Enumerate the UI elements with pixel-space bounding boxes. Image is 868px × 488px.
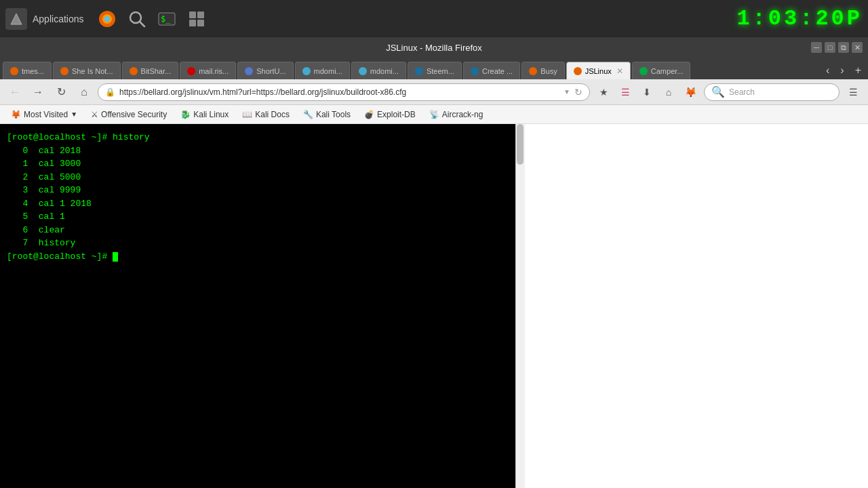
window-restore-button[interactable]: ⧉ — [838, 42, 849, 53]
url-text: https://bellard.org/jslinux/vm.html?url=… — [119, 87, 559, 97]
tab-label-camper: Camper... — [651, 67, 684, 75]
svg-rect-11 — [197, 20, 204, 26]
os-logo[interactable] — [5, 8, 27, 30]
tab-jslinux[interactable]: JSLinux✕ — [566, 62, 631, 79]
scrollbar-thumb[interactable] — [517, 124, 524, 165]
nav-right-icons: ★ ☰ ⬇ ⌂ 🦊 — [594, 83, 700, 102]
kali-docs-icon: 📖 — [242, 110, 252, 119]
tab-favicon-tmes — [10, 67, 18, 75]
window-close-button[interactable]: ✕ — [852, 42, 863, 53]
bookmark-kali-tools-label: Kali Tools — [316, 110, 351, 119]
tab-label-shortu: ShortU... — [256, 67, 285, 75]
tab-busy[interactable]: Busy — [521, 62, 564, 79]
browser-window: JSLinux - Mozilla Firefox ─ □ ⧉ ✕ tmes..… — [0, 37, 868, 488]
bookmark-offensive-security[interactable]: ⚔ Offensive Security — [85, 108, 172, 121]
search-placeholder: Search — [729, 87, 755, 97]
bookmark-kali-tools[interactable]: 🔧 Kali Tools — [298, 108, 356, 121]
download-button[interactable]: ⬇ — [637, 83, 656, 102]
exploit-db-icon: 💣 — [364, 110, 374, 119]
tab-label-steem: Steem... — [427, 67, 454, 75]
right-panel — [525, 124, 868, 488]
bookmark-most-visited-label: Most Visited — [24, 110, 68, 119]
tab-scroll-right-button[interactable]: › — [836, 63, 848, 78]
url-dropdown-icon[interactable]: ▼ — [564, 88, 570, 96]
tab-steem[interactable]: Steem... — [408, 62, 462, 79]
window-controls: ─ □ ⧉ ✕ — [811, 42, 863, 53]
svg-rect-8 — [189, 12, 196, 18]
most-visited-arrow-icon: ▼ — [71, 110, 77, 118]
tab-camper[interactable]: Camper... — [632, 62, 691, 79]
terminal-line: [root@localhost ~]# — [7, 250, 509, 264]
bookmark-most-visited[interactable]: 🦊 Most Visited ▼ — [5, 108, 83, 121]
tab-favicon-mdomi1 — [302, 67, 311, 75]
tab-favicon-jslinux — [574, 67, 582, 75]
tab-favicon-bitshar — [130, 67, 138, 75]
back-button[interactable]: ← — [5, 83, 24, 102]
bookmark-exploit-db[interactable]: 💣 Exploit-DB — [359, 108, 421, 121]
tab-tmes[interactable]: tmes... — [3, 62, 52, 79]
home-nav-button[interactable]: ⌂ — [659, 83, 678, 102]
tab-label-mdomi1: mdomi... — [314, 67, 342, 75]
terminal-scrollbar[interactable] — [515, 124, 525, 488]
tab-favicon-mdomi2 — [359, 67, 367, 75]
bookmarks-bar: 🦊 Most Visited ▼ ⚔ Offensive Security 🐉 … — [0, 105, 868, 124]
tab-mail-ris[interactable]: mail.ris... — [180, 62, 236, 79]
url-reload-icon[interactable]: ↻ — [574, 87, 583, 98]
bookmark-exploit-db-label: Exploit-DB — [377, 110, 416, 119]
svg-marker-0 — [11, 14, 22, 24]
nav-bar: ← → ↻ ⌂ 🔒 https://bellard.org/jslinux/vm… — [0, 79, 868, 105]
bookmark-offensive-security-label: Offensive Security — [101, 110, 167, 119]
tab-label-she-is-not: She Is Not... — [72, 67, 113, 75]
bookmark-kali-linux[interactable]: 🐉 Kali Linux — [175, 108, 234, 121]
files-taskbar-icon[interactable] — [184, 7, 209, 31]
tab-create[interactable]: Create ... — [463, 62, 520, 79]
window-maximize-button[interactable]: □ — [825, 42, 835, 53]
search-taskbar-icon[interactable] — [125, 7, 149, 31]
search-box[interactable]: 🔍 Search — [704, 83, 840, 101]
svg-rect-9 — [197, 12, 204, 18]
tab-shortu[interactable]: ShortU... — [237, 62, 293, 79]
tab-label-jslinux: JSLinux — [585, 67, 612, 75]
home-button[interactable]: ⌂ — [75, 83, 94, 102]
url-bar[interactable]: 🔒 https://bellard.org/jslinux/vm.html?ur… — [98, 83, 590, 101]
bookmark-kali-docs[interactable]: 📖 Kali Docs — [237, 108, 295, 121]
bookmark-star-button[interactable]: ★ — [594, 83, 613, 102]
tab-bitshar[interactable]: BitShar... — [122, 62, 179, 79]
new-tab-button[interactable]: + — [851, 63, 865, 78]
terminal-line: 4 cal 1 2018 — [7, 197, 509, 211]
applications-label[interactable]: Applications — [33, 14, 84, 24]
tabs-bar: tmes...She Is Not...BitShar...mail.ris..… — [0, 58, 868, 79]
pocket-button[interactable]: ☰ — [616, 83, 635, 102]
kali-tools-icon: 🔧 — [303, 110, 313, 119]
firefox-button[interactable]: 🦊 — [681, 83, 700, 102]
bookmark-aircrack[interactable]: 📡 Aircrack-ng — [424, 108, 489, 121]
tab-label-busy: Busy — [540, 67, 557, 75]
svg-text:$_: $_ — [161, 14, 171, 24]
terminal-line: [root@localhost ~]# history — [7, 131, 509, 144]
reload-button[interactable]: ↻ — [52, 83, 71, 102]
search-magnifier-icon: 🔍 — [711, 85, 725, 98]
terminal-line: 2 cal 5000 — [7, 171, 509, 184]
taskbar: Applications $_ 1:03:20P — [0, 0, 868, 37]
terminal-taskbar-icon[interactable]: $_ — [155, 7, 179, 31]
tab-favicon-steem — [415, 67, 423, 75]
forward-button[interactable]: → — [28, 83, 47, 102]
tab-mdomi1[interactable]: mdomi... — [295, 62, 350, 79]
tab-favicon-shortu — [245, 67, 253, 75]
tab-favicon-camper — [639, 67, 648, 75]
tab-scroll-left-button[interactable]: ‹ — [822, 63, 833, 78]
offensive-security-icon: ⚔ — [91, 110, 98, 119]
tab-label-mail-ris: mail.ris... — [199, 67, 229, 75]
terminal-line: 7 history — [7, 237, 509, 250]
bookmark-kali-docs-label: Kali Docs — [255, 110, 290, 119]
window-minimize-button[interactable]: ─ — [811, 42, 822, 53]
menu-button[interactable]: ☰ — [844, 83, 863, 102]
tab-she-is-not[interactable]: She Is Not... — [53, 62, 121, 79]
tab-mdomi2[interactable]: mdomi... — [351, 62, 406, 79]
terminal[interactable]: [root@localhost ~]# history 0 cal 2018 1… — [0, 124, 515, 488]
firefox-taskbar-icon[interactable] — [95, 7, 119, 31]
tab-close-jslinux[interactable]: ✕ — [616, 66, 623, 76]
bookmark-aircrack-label: Aircrack-ng — [442, 110, 484, 119]
browser-title: JSLinux - Mozilla Firefox — [386, 43, 482, 53]
clock: 1:03:20P — [736, 6, 863, 31]
